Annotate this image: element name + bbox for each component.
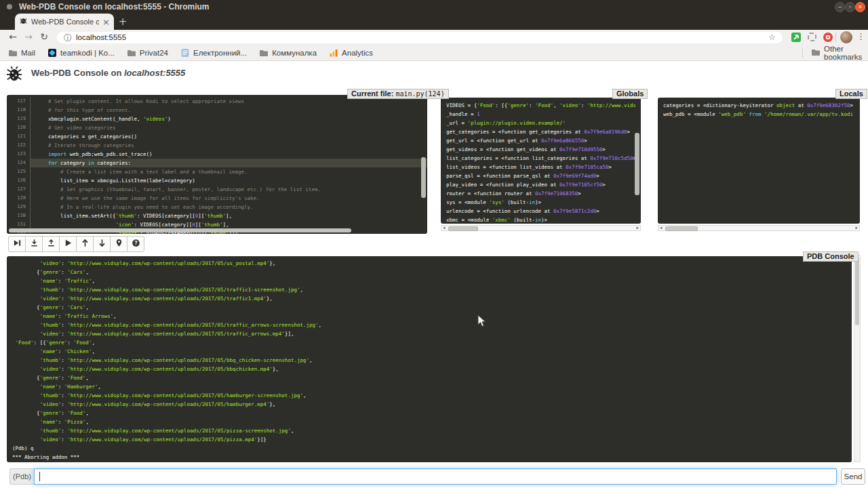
variable-line: get_categories = <function get_categorie… — [446, 127, 635, 136]
folder-icon — [127, 48, 136, 58]
next-button[interactable] — [8, 236, 26, 252]
console-line: 'thumb': 'http://www.vidsplay.com/wp-con… — [12, 356, 846, 365]
tab-title: Web-PDB Console on loca — [31, 18, 99, 26]
bookmark-doc[interactable]: Електронний... — [180, 48, 247, 58]
folder-icon — [259, 48, 269, 58]
bookmark-kodi[interactable]: teamkodi | Ko... — [47, 48, 115, 58]
scroll-left-icon[interactable]: ◂ — [443, 225, 446, 230]
code-line: 124 for category in categories: — [7, 159, 427, 167]
map-marker-icon — [115, 238, 123, 250]
locals-lines: categories = <dictionary-keyiterator obj… — [658, 98, 860, 119]
pdb-console-panel: 'video': 'http://www.vidsplay.com/wp-con… — [7, 256, 852, 462]
help-button[interactable]: ? — [127, 236, 144, 252]
console-line: 'video': 'http://www.vidsplay.com/wp-con… — [12, 259, 846, 268]
variable-line: urlencode = <function urlencode at 0x7f9… — [446, 207, 635, 216]
play-icon — [64, 238, 73, 250]
bookmark-label: teamkodi | Ko... — [60, 49, 115, 57]
other-bookmarks-label: Other bookmarks — [824, 45, 868, 61]
browser-toolbar: ← → ↻ ⓘ localhost:5555 ☆ ⋮ — [0, 30, 868, 45]
step-button[interactable] — [25, 236, 43, 252]
mouse-cursor — [477, 314, 486, 330]
site-info-icon[interactable]: ⓘ — [64, 33, 72, 44]
send-button[interactable]: Send — [841, 468, 865, 485]
pdb-prompt-label: (Pdb) — [9, 468, 34, 485]
forward-icon[interactable]: → — [22, 31, 35, 42]
tab-close-icon[interactable]: × — [102, 18, 110, 26]
current-file-panel: 117 # Set plugin content. It allows Kodi… — [7, 95, 427, 234]
minimize-button[interactable]: – — [835, 2, 845, 12]
bookmark-folder[interactable]: Коммуналка — [259, 48, 317, 58]
console-line: 'name': 'Chicken', — [12, 347, 846, 356]
console-line: 'thumb': 'http://www.vidsplay.com/wp-con… — [12, 426, 846, 435]
app-icon — [7, 4, 12, 9]
toolbar-separator — [835, 33, 836, 42]
debugger-toolbar: ? — [8, 236, 144, 252]
locals-label: Locals — [835, 89, 867, 99]
bookmark-label: Коммуналка — [272, 49, 317, 57]
up-button[interactable] — [76, 236, 94, 252]
console-vertical-scrollbar[interactable] — [854, 255, 861, 462]
console-line: 'name': 'Hamburger', — [12, 382, 846, 391]
new-tab-button[interactable]: + — [117, 16, 129, 28]
extension-green-icon[interactable] — [791, 32, 802, 43]
pdb-command-input[interactable] — [34, 468, 837, 485]
code-line: 122 # Iterate through categories — [7, 141, 427, 150]
code-horizontal-scrollbar[interactable] — [9, 228, 351, 232]
console-line: 'video': 'http://www.vidsplay.com/wp-con… — [12, 365, 846, 373]
console-line: {'genre': 'Cars', — [12, 268, 846, 277]
continue-button[interactable] — [59, 236, 77, 252]
where-button[interactable] — [110, 236, 127, 252]
console-line: (Pdb) q — [12, 444, 846, 453]
extension-placeholder-icon[interactable] — [808, 33, 816, 41]
console-line: 'video': 'http://www.vidsplay.com/wp-con… — [12, 329, 846, 338]
back-icon[interactable]: ← — [7, 31, 19, 42]
pdb-console-label: PDB Console — [803, 251, 859, 262]
globals-horizontal-scrollbar[interactable]: ◂ ▸ — [441, 225, 641, 231]
bookmark-analytics[interactable]: Analytics — [329, 48, 373, 58]
variable-line: play_video = <function play_video at 0x7… — [446, 180, 635, 189]
doc-icon — [180, 48, 190, 58]
address-bar[interactable]: ⓘ localhost:5555 ☆ — [57, 32, 783, 43]
code-line: 125 # Create a list item with a text lab… — [7, 167, 427, 176]
globals-vertical-scrollbar[interactable] — [635, 133, 639, 195]
maximize-button[interactable]: ▫ — [845, 2, 855, 12]
close-button[interactable]: × — [855, 2, 865, 12]
profile-avatar[interactable] — [840, 31, 852, 43]
step-into-icon — [30, 238, 39, 250]
scroll-right-icon[interactable]: ▸ — [636, 225, 639, 230]
browser-menu-icon[interactable]: ⋮ — [856, 31, 865, 41]
extension-red-icon[interactable] — [823, 32, 833, 43]
browser-tab[interactable]: Web-PDB Console on loca × — [15, 14, 114, 30]
other-bookmarks-button[interactable]: Other bookmarks — [811, 45, 868, 60]
scroll-left-icon[interactable]: ◂ — [660, 225, 663, 230]
console-line: 'name': 'Traffic Arrows', — [12, 312, 846, 321]
bookmark-star-icon[interactable]: ☆ — [768, 33, 776, 42]
reload-icon[interactable]: ↻ — [38, 31, 50, 42]
console-line: 'video': 'http://www.vidsplay.com/wp-con… — [12, 294, 846, 303]
url-text[interactable]: localhost:5555 — [76, 33, 126, 41]
console-lines: 'video': 'http://www.vidsplay.com/wp-con… — [7, 256, 852, 462]
console-line: 'name': 'Pizza', — [12, 418, 846, 426]
code-vertical-scrollbar[interactable] — [421, 157, 426, 198]
analytics-icon — [329, 48, 338, 58]
console-line: 'video': 'http://www.vidsplay.com/wp-con… — [12, 435, 846, 444]
bookmark-label: Mail — [21, 49, 35, 57]
variable-line: categories = <dictionary-keyiterator obj… — [663, 101, 854, 110]
console-line: 'video': 'http://www.vidsplay.com/wp-con… — [12, 400, 846, 409]
arrow-up-icon — [81, 238, 90, 250]
current-file-label: Current file: main.py(124) — [347, 89, 449, 99]
return-button[interactable] — [42, 236, 60, 252]
bookmark-folder[interactable]: Mail — [8, 48, 35, 58]
variable-line: sys = <module 'sys' (built-in)> — [446, 198, 635, 207]
console-line: {'genre': 'Cars', — [12, 303, 846, 312]
down-button[interactable] — [93, 236, 111, 252]
bookmark-folder[interactable]: Privat24 — [127, 48, 168, 58]
variable-line: parse_qsl = <function parse_qsl at 0x7f9… — [446, 171, 635, 180]
globals-lines: VIDEOS = {'Food': [{'genre': 'Food', 'vi… — [441, 98, 641, 224]
console-line: *** Aborting addon *** — [12, 453, 846, 462]
console-line: {'genre': 'Food', — [12, 409, 846, 418]
scroll-right-icon[interactable]: ▸ — [855, 225, 858, 230]
bookmarks-bar: Mailteamkodi | Ko...Privat24Електронний.… — [0, 45, 868, 61]
code-line: 118 # for this type of content. — [7, 106, 427, 115]
locals-horizontal-scrollbar[interactable]: ◂ ▸ — [658, 225, 860, 231]
